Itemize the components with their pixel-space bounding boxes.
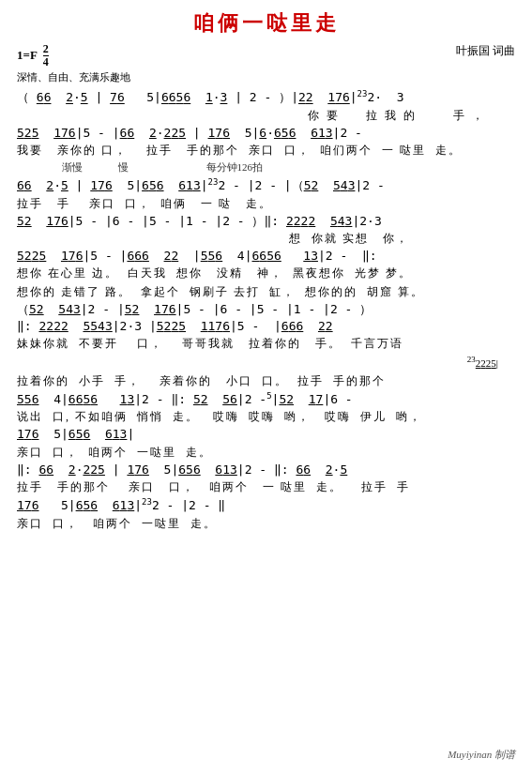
music-ornament-8: 232225|	[17, 353, 515, 371]
style-marking: 深情、自由、充满乐趣地	[17, 70, 515, 84]
lyrics-line-9: 说出 口, 不如咱俩 悄悄 走。 哎嗨 哎嗨 哟， 哎嗨 伊儿 哟，	[17, 408, 515, 426]
music-line-2: 525 176|5 - |66 2·225 | 176 5|6·656 613|…	[17, 125, 515, 142]
key-label: 1=F	[17, 48, 37, 62]
score-content: （ 66 2·5 | 76 5|6656 1·3 | 2 - ）|22 176|…	[17, 88, 515, 532]
meter-top: 2	[43, 43, 49, 55]
watermark: Muyiyinan 制谱	[448, 748, 515, 762]
music-line-3: 66 2·5 | 176 5|656 613|232 - |2 - |（52 5…	[17, 176, 515, 195]
lyrics-line-2b: 渐慢 慢 每分钟126拍	[17, 159, 515, 176]
music-line-1: （ 66 2·5 | 76 5|6656 1·3 | 2 - ）|22 176|…	[17, 88, 515, 107]
composer: 叶振国 词曲	[456, 43, 515, 59]
lyrics-line-2: 我要 亲你的 口， 拉手 手的那个 亲口 口， 咱们两个 一 哒里 走。	[17, 142, 515, 159]
music-line-4: 52 176|5 - |6 - |5 - |1 - |2 - ）‖: 2222 …	[17, 213, 515, 230]
lyrics-line-11: 拉手 手的那个 亲口 口， 咱两个 一 哒里 走。 拉手 手	[17, 478, 515, 496]
lyrics-line-7: 妹妹你就 不要开 口， 哥哥我就 拉着你的 手。 千言万语	[17, 335, 515, 353]
page-title: 咱俩一哒里走	[17, 9, 515, 38]
meter-bottom: 4	[43, 55, 49, 68]
lyrics-line-8: 拉着你的 小手 手， 亲着你的 小口 口。 拉手 手的那个	[17, 372, 515, 390]
music-line-11: ‖: 66 2·225 | 176 5|656 613|2 - ‖: 66 2·…	[17, 462, 515, 478]
music-line-9: 556 4|6656 13|2 - ‖: 52 56|2 -5|52 17|6 …	[17, 390, 515, 409]
lyrics-line-5b: 想你的 走错了 路。 拿起个 钢刷子 去打 缸， 想你的的 胡窟 算。	[17, 283, 515, 301]
music-line-5: 5225 176|5 - |666 22 |556 4|6656 13|2 - …	[17, 248, 515, 265]
music-line-10: 176 5|656 613|	[17, 426, 515, 443]
lyrics-line-12: 亲口 口， 咱两个 一哒里 走。	[17, 515, 515, 533]
lyrics-line-5a: 想你 在心里 边。 白天我 想你 没精 神， 黑夜想你 光梦 梦。	[17, 265, 515, 282]
lyrics-line-4: 想 你就 实想 你，	[17, 230, 515, 248]
lyrics-line-10: 亲口 口， 咱两个 一哒里 走。	[17, 444, 515, 462]
music-line-12: 176 5|656 613|232 - |2 - ‖	[17, 496, 515, 515]
music-line-7: ‖: 2222 5543|2·3 |5225 1176|5 - |666 22	[17, 318, 515, 335]
music-line-6: （52 543|2 - |52 176|5 - |6 - |5 - |1 - |…	[17, 301, 515, 318]
lyrics-line-1: 你要 拉我的 手，	[17, 107, 515, 125]
lyrics-line-3: 拉手 手 亲口 口， 咱俩 一 哒 走。	[17, 195, 515, 213]
key-tempo: 1=F 2 4	[17, 43, 49, 68]
